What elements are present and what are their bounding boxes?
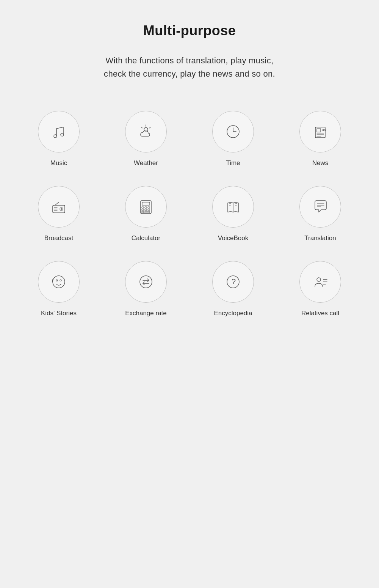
feature-relatives-call: Relatives call bbox=[280, 261, 360, 317]
news-icon-circle: NEW bbox=[299, 111, 341, 153]
svg-rect-10 bbox=[317, 129, 321, 132]
svg-point-21 bbox=[61, 209, 62, 210]
encyclopedia-icon-circle: ? bbox=[212, 261, 254, 303]
features-grid: Music Weather Time bbox=[19, 111, 360, 317]
broadcast-icon-circle bbox=[38, 186, 80, 228]
svg-point-42 bbox=[317, 278, 321, 281]
exchange-rate-icon bbox=[136, 272, 156, 292]
svg-point-37 bbox=[56, 280, 58, 281]
feature-broadcast: Broadcast bbox=[19, 186, 99, 242]
svg-point-36 bbox=[53, 276, 65, 288]
svg-point-39 bbox=[140, 276, 152, 288]
voicebook-icon-circle bbox=[212, 186, 254, 228]
svg-rect-27 bbox=[142, 209, 144, 211]
exchange-rate-label: Exchange rate bbox=[125, 310, 167, 317]
svg-line-3 bbox=[150, 127, 151, 128]
weather-label: Weather bbox=[134, 159, 158, 167]
translation-icon-circle bbox=[299, 186, 341, 228]
relatives-call-icon-circle bbox=[299, 261, 341, 303]
svg-text:NEW: NEW bbox=[322, 129, 326, 131]
translation-icon bbox=[310, 197, 330, 217]
svg-rect-30 bbox=[142, 211, 144, 213]
weather-icon-circle bbox=[125, 111, 167, 153]
news-icon: NEW bbox=[310, 122, 330, 141]
kids-stories-icon-circle bbox=[38, 261, 80, 303]
feature-exchange-rate: Exchange rate bbox=[106, 261, 186, 317]
svg-rect-25 bbox=[145, 207, 147, 208]
feature-music: Music bbox=[19, 111, 99, 167]
weather-icon bbox=[136, 122, 156, 141]
feature-encyclopedia: ? Encyclopedia bbox=[193, 261, 273, 317]
svg-rect-31 bbox=[145, 211, 150, 213]
feature-weather: Weather bbox=[106, 111, 186, 167]
encyclopedia-icon: ? bbox=[223, 272, 243, 292]
music-label: Music bbox=[50, 159, 67, 167]
svg-rect-23 bbox=[142, 202, 150, 205]
svg-rect-26 bbox=[148, 207, 150, 208]
svg-rect-28 bbox=[145, 209, 147, 211]
relatives-call-label: Relatives call bbox=[301, 310, 339, 317]
calculator-icon-circle bbox=[125, 186, 167, 228]
svg-point-38 bbox=[60, 280, 61, 281]
music-icon-circle bbox=[38, 111, 80, 153]
kids-stories-icon bbox=[49, 272, 69, 292]
feature-kids-stories: Kids' Stories bbox=[19, 261, 99, 317]
broadcast-label: Broadcast bbox=[44, 234, 74, 242]
feature-translation: Translation bbox=[280, 186, 360, 242]
voicebook-icon bbox=[223, 197, 243, 217]
news-label: News bbox=[312, 159, 329, 167]
svg-point-20 bbox=[60, 208, 63, 211]
broadcast-icon bbox=[49, 197, 69, 217]
subtitle: With the functions of translation, play … bbox=[104, 54, 275, 80]
translation-label: Translation bbox=[304, 234, 336, 242]
feature-calculator: Calculator bbox=[106, 186, 186, 242]
feature-news: NEW News bbox=[280, 111, 360, 167]
time-icon bbox=[223, 122, 243, 141]
svg-rect-24 bbox=[142, 207, 144, 208]
music-icon bbox=[49, 122, 69, 141]
svg-line-4 bbox=[141, 127, 143, 128]
feature-time: Time bbox=[193, 111, 273, 167]
feature-voicebook: VoiceBook bbox=[193, 186, 273, 242]
svg-rect-29 bbox=[148, 209, 150, 211]
relatives-call-icon bbox=[310, 272, 330, 292]
svg-text:?: ? bbox=[232, 277, 236, 286]
calculator-label: Calculator bbox=[132, 234, 161, 242]
kids-stories-label: Kids' Stories bbox=[41, 310, 77, 317]
page-title: Multi-purpose bbox=[143, 23, 236, 39]
encyclopedia-label: Encyclopedia bbox=[214, 310, 252, 317]
calculator-icon bbox=[136, 197, 156, 217]
exchange-rate-icon-circle bbox=[125, 261, 167, 303]
svg-line-16 bbox=[55, 202, 59, 205]
time-icon-circle bbox=[212, 111, 254, 153]
time-label: Time bbox=[226, 159, 240, 167]
voicebook-label: VoiceBook bbox=[218, 234, 248, 242]
